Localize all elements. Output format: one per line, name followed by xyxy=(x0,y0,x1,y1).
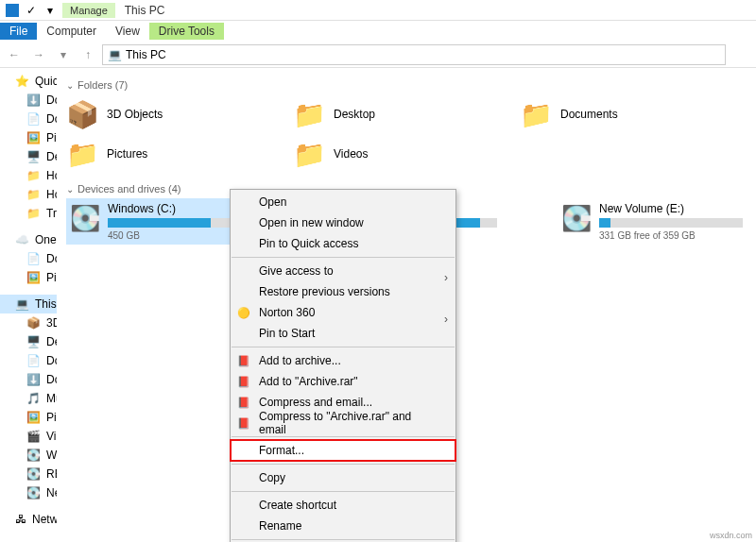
ctx-format[interactable]: Format... xyxy=(231,440,455,461)
ctx-give-access-to[interactable]: Give access to xyxy=(231,261,455,281)
folder-desktop[interactable]: 📁Desktop xyxy=(293,94,463,134)
qat-button[interactable]: ✓ xyxy=(23,2,40,19)
drive-icon: 💽 xyxy=(26,466,41,482)
folder-icon: 📁 xyxy=(293,139,326,170)
pictures-icon: 🖼️ xyxy=(26,410,41,425)
drive-c[interactable]: 💽 Windows (C:) 450 GB xyxy=(66,198,255,245)
documents-icon: 📄 xyxy=(26,353,41,368)
videos-icon: 🎬 xyxy=(26,429,41,444)
cube-icon: 📦 xyxy=(26,315,41,330)
drive-e[interactable]: 💽 New Volume (E:) 331 GB free of 359 GB xyxy=(558,198,747,245)
norton-icon: 🟡 xyxy=(236,307,251,319)
downloads-icon: ⬇️ xyxy=(26,372,41,387)
ribbon-tabs: File Computer View Drive Tools xyxy=(0,21,756,42)
sidebar-item-music[interactable]: 🎵Music xyxy=(0,389,57,408)
folder-videos[interactable]: 📁Videos xyxy=(293,134,463,174)
sidebar-item-folder[interactable]: 📁How to speed up a xyxy=(0,185,57,204)
folder-3d-objects[interactable]: 📦3D Objects xyxy=(66,94,236,134)
sidebar-item-documents[interactable]: 📄Documents xyxy=(0,110,57,128)
sidebar-this-pc[interactable]: 💻This PC xyxy=(0,295,57,313)
separator xyxy=(232,257,455,258)
sidebar-network[interactable]: 🖧Network xyxy=(0,510,57,529)
network-icon: 🖧 xyxy=(15,512,26,527)
drive-icon: 💽 xyxy=(26,448,41,463)
folder-documents[interactable]: 📁Documents xyxy=(520,94,690,134)
sidebar-item-folder[interactable]: 📁How to share your f xyxy=(0,166,57,185)
sidebar-item-pictures[interactable]: 🖼️Pictures xyxy=(0,408,57,427)
ctx-open[interactable]: Open xyxy=(231,192,455,212)
tab-computer[interactable]: Computer xyxy=(37,23,106,40)
separator xyxy=(232,539,455,540)
ctx-open-new-window[interactable]: Open in new window xyxy=(231,212,455,233)
ctx-rename[interactable]: Rename xyxy=(231,516,455,536)
sidebar-item-desktop[interactable]: 🖥️Desktop xyxy=(0,332,57,351)
sidebar-onedrive[interactable]: ☁️OneDrive xyxy=(0,230,57,249)
sidebar-item-documents[interactable]: 📄Documents xyxy=(0,351,57,370)
watermark: wsxdn.com xyxy=(710,531,752,540)
ctx-add-archive-rar[interactable]: 📕Add to "Archive.rar" xyxy=(231,371,455,392)
ctx-compress-rar-email[interactable]: 📕Compress to "Archive.rar" and email xyxy=(231,413,455,433)
sidebar-item-downloads[interactable]: ⬇️Downloads xyxy=(0,91,57,110)
separator xyxy=(232,464,455,465)
ctx-pin-quick-access[interactable]: Pin to Quick access xyxy=(231,233,455,254)
sidebar-item-videos[interactable]: 🎬Videos xyxy=(0,427,57,446)
folder-icon: 📁 xyxy=(26,206,41,221)
music-icon: 🎵 xyxy=(26,391,41,406)
sidebar-item-documents[interactable]: 📄Documents xyxy=(0,249,57,268)
ctx-copy[interactable]: Copy xyxy=(231,467,455,488)
ctx-add-archive[interactable]: 📕Add to archive... xyxy=(231,350,455,371)
pictures-icon: 🖼️ xyxy=(26,130,41,145)
up-button[interactable]: ↑ xyxy=(77,44,98,65)
folder-icon: 📦 xyxy=(66,99,99,130)
recent-dropdown-icon[interactable]: ▾ xyxy=(53,44,74,65)
tab-drive-tools[interactable]: Drive Tools xyxy=(149,23,224,40)
drive-icon: 💽 xyxy=(70,204,100,241)
window-title: This PC xyxy=(115,4,175,17)
forward-button[interactable]: → xyxy=(28,44,49,65)
downloads-icon: ⬇️ xyxy=(26,93,41,108)
ctx-restore-previous[interactable]: Restore previous versions xyxy=(231,281,455,302)
qat-dropdown-icon[interactable]: ▾ xyxy=(42,2,59,19)
winrar-icon: 📕 xyxy=(236,417,251,430)
sidebar-item-pictures[interactable]: 🖼️Pictures xyxy=(0,268,57,287)
folder-pictures[interactable]: 📁Pictures xyxy=(66,134,236,174)
sidebar-item-folder[interactable]: 📁Transfer Files from A xyxy=(0,204,57,223)
navigation-pane: ⭐Quick access ⬇️Downloads 📄Documents 🖼️P… xyxy=(0,68,57,531)
drive-usage-bar xyxy=(599,218,743,228)
star-icon: ⭐ xyxy=(15,74,29,89)
folder-icon: 📁 xyxy=(26,168,41,183)
winrar-icon: 📕 xyxy=(236,397,251,409)
address-bar[interactable]: 💻 This PC xyxy=(102,44,726,65)
pc-icon: 💻 xyxy=(15,296,29,312)
svg-rect-0 xyxy=(6,4,19,17)
folder-icon: 📁 xyxy=(520,99,553,130)
tab-view[interactable]: View xyxy=(106,23,149,40)
sidebar-quick-access[interactable]: ⭐Quick access xyxy=(0,72,57,91)
documents-icon: 📄 xyxy=(26,251,41,266)
documents-icon: 📄 xyxy=(26,111,41,127)
app-icon xyxy=(4,2,21,19)
address-bar-row: ← → ▾ ↑ 💻 This PC xyxy=(0,42,756,68)
group-header-folders[interactable]: Folders (7) xyxy=(66,79,747,91)
ctx-pin-start[interactable]: Pin to Start xyxy=(231,323,455,344)
folder-icon: 📁 xyxy=(293,99,326,130)
back-button[interactable]: ← xyxy=(4,44,25,65)
sidebar-item-pictures[interactable]: 🖼️Pictures xyxy=(0,128,57,147)
winrar-icon: 📕 xyxy=(236,376,251,388)
sidebar-item-drive-c[interactable]: 💽Windows (C:) xyxy=(0,446,57,465)
sidebar-item-drive-e[interactable]: 💽New Volume (E:) xyxy=(0,483,57,502)
ctx-norton[interactable]: 🟡Norton 360 xyxy=(231,302,455,323)
tab-file[interactable]: File xyxy=(0,23,37,40)
separator xyxy=(232,347,455,347)
ctx-create-shortcut[interactable]: Create shortcut xyxy=(231,495,455,516)
separator xyxy=(232,491,455,492)
sidebar-item-drive-d[interactable]: 💽RECOVERY (D:) xyxy=(0,465,57,483)
folder-icon: 📁 xyxy=(66,139,99,170)
folder-icon: 📁 xyxy=(26,187,41,202)
sidebar-item-3d-objects[interactable]: 📦3D Objects xyxy=(0,313,57,332)
breadcrumb[interactable]: This PC xyxy=(126,48,166,61)
sidebar-item-downloads[interactable]: ⬇️Downloads xyxy=(0,370,57,389)
desktop-icon: 🖥️ xyxy=(26,149,41,164)
pc-icon: 💻 xyxy=(107,47,122,62)
sidebar-item-desktop[interactable]: 🖥️Desktop xyxy=(0,147,57,166)
